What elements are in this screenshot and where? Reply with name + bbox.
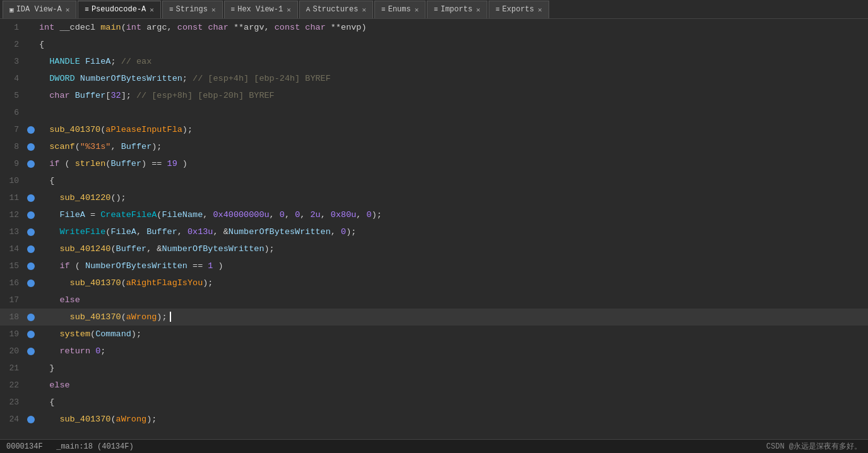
tab-enums[interactable]: ≡ Enums ✕ [374,1,425,18]
code-lines[interactable]: 1 int __cdecl main(int argc, const char … [0,19,868,439]
tab-pseudocode-a[interactable]: ≡ Pseudocode-A ✕ [78,1,161,18]
watermark: CSDN @永远是深夜有多好。 [766,441,862,452]
tab-structures[interactable]: A Structures ✕ [299,1,373,18]
status-bar: 0000134F _main:18 (40134F) CSDN @永远是深夜有多… [0,439,868,453]
table-row: 16 sub_401370(aRightFlagIsYou); [0,274,868,291]
table-row: 23 { [0,394,868,411]
tab-close-strings[interactable]: ✕ [211,6,216,14]
tab-exports[interactable]: ≡ Exports ✕ [489,1,549,18]
tab-bar: ▣ IDA View-A ✕ ≡ Pseudocode-A ✕ ≡ String… [0,0,868,19]
table-row: 6 [0,104,868,121]
tab-close-ida[interactable]: ✕ [66,6,70,14]
tab-icon-strings: ≡ [169,6,174,13]
tab-label-imports: Imports [441,5,472,14]
table-row: 19 system(Command); [0,326,868,343]
tab-strings[interactable]: ≡ Strings ✕ [162,1,223,18]
tab-close-structures[interactable]: ✕ [362,6,366,14]
tab-label-enums: Enums [388,5,411,14]
tab-icon-ida: ▣ [9,6,14,14]
tab-label-pseudo: Pseudocode-A [92,5,146,14]
tab-icon-hex: ≡ [231,6,235,13]
table-row: 22 else [0,377,868,394]
table-row: 5 char Buffer[32]; // [esp+8h] [ebp-20h]… [0,87,868,104]
tab-icon-exports: ≡ [496,6,500,13]
table-row: 10 { [0,172,868,189]
tab-hex-view[interactable]: ≡ Hex View-1 ✕ [224,1,298,18]
table-row: 1 int __cdecl main(int argc, const char … [0,19,868,36]
tab-icon-imports: ≡ [434,6,438,13]
table-row: 24 sub_401370(aWrong); [0,411,868,428]
tab-label-hex: Hex View-1 [237,5,283,14]
table-row: 9 if ( strlen(Buffer) == 19 ) [0,155,868,172]
code-container: 1 int __cdecl main(int argc, const char … [0,19,868,439]
table-row: 14 sub_401240(Buffer, &NumberOfBytesWrit… [0,240,868,257]
table-row: 13 WriteFile(FileA, Buffer, 0x13u, &Numb… [0,223,868,240]
tab-label-strings: Strings [176,5,208,14]
tab-close-imports[interactable]: ✕ [476,6,480,14]
status-address: 0000134F _main:18 (40134F) [6,442,134,451]
tab-label-ida: IDA View-A [16,5,62,14]
table-row: 12 FileA = CreateFileA(FileName, 0x40000… [0,206,868,223]
table-row: 2 { [0,36,868,53]
table-row: 18 sub_401370(aWrong); [0,309,868,326]
tab-ida-view-a[interactable]: ▣ IDA View-A ✕ [3,1,76,18]
tab-close-enums[interactable]: ✕ [415,6,419,14]
table-row: 8 scanf("%31s", Buffer); [0,138,868,155]
table-row: 15 if ( NumberOfBytesWritten == 1 ) [0,257,868,274]
tab-imports[interactable]: ≡ Imports ✕ [427,1,487,18]
table-row: 20 return 0; [0,343,868,360]
tab-close-exports[interactable]: ✕ [538,6,542,14]
table-row: 17 else [0,291,868,309]
table-row: 11 sub_401220(); [0,189,868,206]
tab-icon-enums: ≡ [381,6,386,13]
tab-close-hex[interactable]: ✕ [287,6,291,14]
tab-icon-pseudo: ≡ [85,6,89,13]
table-row: 3 HANDLE FileA; // eax [0,53,868,70]
tab-label-exports: Exports [502,5,534,14]
table-row: 4 DWORD NumberOfBytesWritten; // [esp+4h… [0,70,868,87]
tab-label-structures: Structures [312,5,358,14]
tab-close-pseudo[interactable]: ✕ [150,6,154,14]
table-row: 21 } [0,360,868,377]
table-row: 7 sub_401370(aPleaseInputFla); [0,121,868,138]
tab-icon-structures: A [306,6,311,13]
